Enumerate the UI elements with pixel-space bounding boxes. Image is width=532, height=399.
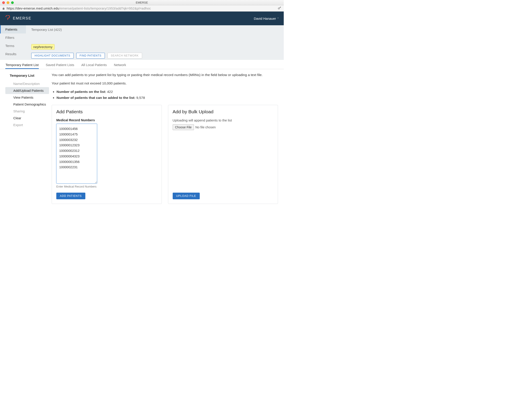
search-network-button: SEARCH NETWORK <box>108 53 142 58</box>
key-icon[interactable] <box>278 6 282 11</box>
tab-all-local-patients[interactable]: All Local Patients <box>81 62 107 69</box>
mrn-textarea[interactable] <box>56 124 97 184</box>
user-menu[interactable]: David Hanauer ⌃ <box>254 17 279 20</box>
patient-remaining-line: Number of patients that can be added to … <box>57 95 278 101</box>
main: Temporary List Name/Description Add/Uplo… <box>0 69 284 213</box>
highlight-documents-button[interactable]: HIGHLIGHT DOCUMENTS <box>31 53 74 58</box>
current-list-label: Temporary List (422) <box>31 28 62 32</box>
tab-saved-patient-lists[interactable]: Saved Patient Lists <box>45 62 74 69</box>
brand-name: EMERSE <box>13 16 32 21</box>
mrn-helper: Enter Medical Record Numbers <box>56 185 157 188</box>
user-name: David Hanauer <box>254 17 276 20</box>
content: You can add patients to your patient lis… <box>52 69 284 213</box>
intro-p1: You can add patients to your patient lis… <box>52 72 278 78</box>
add-patients-title: Add Patients <box>56 109 157 114</box>
context-nav-results[interactable]: Results <box>0 50 26 58</box>
bulk-upload-title: Add by Bulk Upload <box>173 109 273 114</box>
intro-text: You can add patients to your patient lis… <box>52 72 278 101</box>
add-patients-panel: Add Patients Medical Record Numbers Ente… <box>52 105 162 204</box>
choose-file-button[interactable]: Choose File <box>173 124 194 130</box>
file-status: No file chosen <box>195 126 216 129</box>
sidenav-export: Export <box>5 121 49 128</box>
sidenav-name-description: Name/Description <box>5 80 49 87</box>
panels-row: Add Patients Medical Record Numbers Ente… <box>52 105 278 204</box>
context-nav-terms[interactable]: Terms <box>0 42 26 50</box>
find-patients-button[interactable]: FIND PATIENTS <box>76 53 105 58</box>
url-text[interactable]: https://dev-emerse.med.umich.edu/emerse/… <box>7 6 276 10</box>
context-bar: Patients Filters Terms Results Temporary… <box>0 25 284 60</box>
window-title: EMERSE <box>0 1 284 4</box>
context-nav-patients[interactable]: Patients <box>0 25 26 33</box>
tabs-row: Temporary Patient List Saved Patient Lis… <box>0 60 284 69</box>
side-nav-group-title: Temporary List <box>5 74 49 78</box>
side-nav: Temporary List Name/Description Add/Uplo… <box>0 69 52 213</box>
context-right: Temporary List (422) nephrectomy HIGHLIG… <box>26 25 284 60</box>
sidenav-view-patients[interactable]: View Patients <box>5 94 49 101</box>
sidenav-sharing: Sharing <box>5 108 49 115</box>
intro-p2: Your patient list must not exceed 10,000… <box>52 81 278 86</box>
bulk-upload-panel: Add by Bulk Upload Uploading will append… <box>168 105 278 204</box>
sidenav-clear[interactable]: Clear <box>5 115 49 121</box>
brand-logo-icon <box>5 15 11 22</box>
patient-count-line: Number of patients on the list: 422 <box>57 89 278 95</box>
sidenav-add-upload-patients[interactable]: Add/Upload Patients <box>5 87 49 94</box>
chevron-up-icon: ⌃ <box>277 17 279 20</box>
context-left-nav: Patients Filters Terms Results <box>0 25 26 60</box>
upload-file-button[interactable]: UPLOAD FILE <box>173 193 200 199</box>
search-term-chip[interactable]: nephrectomy <box>31 44 55 50</box>
sidenav-patient-demographics[interactable]: Patient Demographics <box>5 101 49 108</box>
app-header: EMERSE David Hanauer ⌃ <box>0 12 284 25</box>
context-nav-filters[interactable]: Filters <box>0 33 26 42</box>
upload-hint: Uploading will append patients to the li… <box>173 118 273 122</box>
mac-titlebar: EMERSE <box>0 0 284 5</box>
tab-temporary-patient-list[interactable]: Temporary Patient List <box>5 62 39 69</box>
svg-point-0 <box>278 8 279 9</box>
brand[interactable]: EMERSE <box>5 15 32 22</box>
browser-url-bar: https://dev-emerse.med.umich.edu/emerse/… <box>0 5 284 12</box>
tab-network[interactable]: Network <box>114 62 126 69</box>
mrn-field-label: Medical Record Numbers <box>56 118 157 122</box>
lock-icon <box>2 7 5 10</box>
add-patients-button[interactable]: ADD PATIENTS <box>56 193 85 199</box>
